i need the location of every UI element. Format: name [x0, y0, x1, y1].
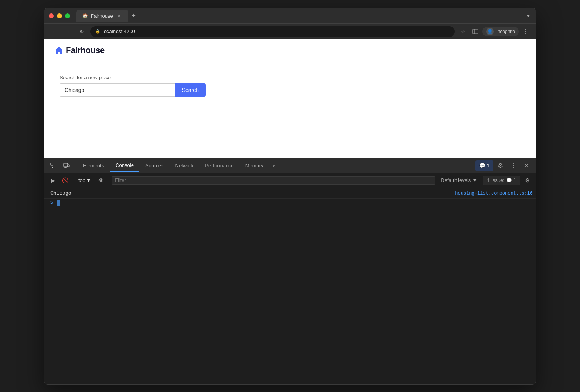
devtools-more-button[interactable]: ⋮ — [507, 160, 520, 172]
devtools-tab-performance[interactable]: Performance — [200, 160, 239, 172]
app-title: Fairhouse — [66, 45, 105, 55]
issues-button[interactable]: 1 Issue: 💬 1 — [483, 176, 520, 185]
browser-menu-button[interactable]: ⋮ — [520, 26, 531, 37]
search-row: Search — [60, 83, 206, 97]
svg-rect-3 — [58, 52, 60, 54]
console-output: Chicago housing-list.component.ts:16 > — [44, 187, 536, 384]
console-toolbar-divider2 — [109, 177, 109, 184]
lock-icon: 🔒 — [95, 29, 100, 34]
tab-bar: 🏠 Fairhouse × + ▾ — [76, 10, 531, 22]
console-toolbar-divider — [73, 177, 73, 184]
default-levels-arrow-icon: ▼ — [472, 177, 477, 183]
more-tabs-button[interactable]: » — [270, 161, 279, 170]
issues-label: 1 Issue: — [487, 177, 505, 183]
forward-button[interactable]: → — [63, 26, 73, 37]
devtools-tab-console[interactable]: Console — [110, 160, 139, 172]
console-log-source[interactable]: housing-list.component.ts:16 — [447, 190, 533, 197]
close-window-button[interactable] — [49, 13, 54, 18]
address-bar: ← → ↻ 🔒 localhost:4200 ☆ 👤 Incognito ⋮ — [44, 23, 536, 39]
browser-tab[interactable]: 🏠 Fairhouse × — [76, 10, 128, 22]
svg-rect-0 — [473, 29, 478, 34]
console-eye-button[interactable]: 👁 — [96, 175, 107, 186]
svg-line-6 — [52, 167, 53, 168]
house-logo-icon — [53, 45, 64, 56]
page-content: Fairhouse Search for a new place Search — [44, 39, 536, 158]
devtools-badge-icon: 💬 — [479, 163, 485, 168]
address-input-wrap[interactable]: 🔒 localhost:4200 — [90, 26, 455, 37]
frame-selector[interactable]: top ▼ — [75, 176, 94, 184]
issues-badge-icon: 💬 — [506, 178, 512, 183]
window-controls — [49, 13, 70, 18]
issues-count: 1 — [513, 177, 516, 183]
sidebar-button[interactable] — [470, 26, 481, 37]
console-clear-button[interactable]: 🚫 — [60, 175, 70, 186]
app-logo: Fairhouse — [53, 45, 105, 56]
default-levels-label: Default levels — [441, 177, 471, 183]
console-settings-button[interactable]: ⚙ — [522, 175, 533, 186]
app-body: Search for a new place Search — [44, 62, 536, 109]
new-tab-button[interactable]: + — [128, 10, 139, 21]
console-log-text: Chicago — [50, 190, 447, 197]
devtools-badge-button[interactable]: 💬 1 — [475, 160, 493, 171]
devtools-topbar: Elements Console Sources Network Perform… — [44, 158, 536, 173]
address-actions: ☆ 👤 Incognito ⋮ — [458, 26, 531, 37]
incognito-icon: 👤 — [486, 28, 494, 35]
responsive-mode-button[interactable] — [60, 160, 73, 172]
console-run-button[interactable]: ▶ — [47, 175, 58, 186]
devtools-tab-elements[interactable]: Elements — [78, 160, 109, 172]
reload-button[interactable]: ↻ — [77, 26, 87, 37]
console-prompt[interactable]: > — [44, 199, 536, 207]
svg-rect-7 — [64, 163, 68, 167]
prompt-arrow-icon: > — [50, 200, 53, 206]
devtools-tab-memory[interactable]: Memory — [240, 160, 269, 172]
devtools-settings-button[interactable]: ⚙ — [494, 160, 507, 172]
search-input[interactable] — [60, 83, 175, 97]
tab-favicon-icon: 🏠 — [82, 13, 88, 18]
search-label: Search for a new place — [60, 75, 520, 80]
incognito-label: Incognito — [496, 29, 515, 34]
console-log-entry: Chicago housing-list.component.ts:16 — [44, 189, 536, 199]
tab-list-chevron-icon[interactable]: ▾ — [525, 11, 531, 20]
title-bar: 🏠 Fairhouse × + ▾ — [44, 8, 536, 23]
app-header: Fairhouse — [44, 39, 536, 62]
address-text: localhost:4200 — [103, 28, 135, 34]
console-cursor — [57, 200, 60, 206]
bookmark-button[interactable]: ☆ — [458, 26, 468, 37]
search-button[interactable]: Search — [175, 83, 206, 97]
devtools-panel: Elements Console Sources Network Perform… — [44, 158, 536, 384]
devtools-badge-count: 1 — [487, 163, 490, 168]
default-levels-button[interactable]: Default levels ▼ — [437, 176, 481, 184]
console-toolbar: ▶ 🚫 top ▼ 👁 Default levels ▼ 1 Issue: 💬 … — [44, 173, 536, 187]
tab-title: Fairhouse — [91, 13, 113, 19]
minimize-window-button[interactable] — [57, 13, 62, 18]
svg-rect-8 — [68, 165, 69, 167]
console-filter-input[interactable] — [112, 176, 435, 185]
element-picker-button[interactable] — [47, 160, 60, 172]
frame-selector-arrow-icon: ▼ — [86, 177, 91, 183]
tab-close-icon[interactable]: × — [116, 13, 122, 19]
back-button[interactable]: ← — [49, 26, 60, 37]
devtools-tab-network[interactable]: Network — [170, 160, 199, 172]
svg-rect-4 — [51, 163, 53, 165]
devtools-tab-sources[interactable]: Sources — [140, 160, 169, 172]
tab-divider — [75, 162, 75, 170]
devtools-close-button[interactable]: × — [520, 160, 533, 172]
maximize-window-button[interactable] — [65, 13, 70, 18]
frame-selector-label: top — [78, 177, 85, 183]
incognito-button[interactable]: 👤 Incognito — [482, 27, 519, 36]
